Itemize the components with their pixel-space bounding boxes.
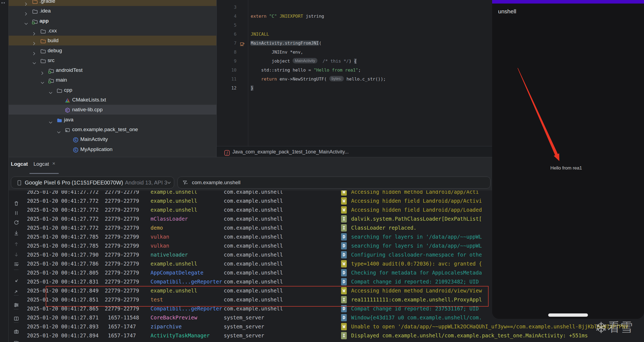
emulator-panel[interactable]: unshell Hello from rea1 xyxy=(492,0,644,319)
code-line-8[interactable]: 8 JNIEnv *env, xyxy=(217,48,492,57)
tree-item-cpp[interactable]: cpp xyxy=(9,85,216,95)
tree-item-native-lib.cpp[interactable]: C+native-lib.cpp xyxy=(9,105,216,115)
tree-item-debug[interactable]: debug xyxy=(9,46,216,56)
folder-icon xyxy=(40,57,46,63)
log-message: dalvik.system.PathClassLoader[DexPathLis… xyxy=(351,214,482,223)
tree-item-label: com.example.pack_test_one xyxy=(72,125,138,134)
clear-logcat-icon[interactable] xyxy=(13,201,19,207)
chevron-down-icon[interactable] xyxy=(40,78,44,82)
code-line-3[interactable]: 3 xyxy=(217,3,492,12)
log-level-badge: D xyxy=(341,251,347,258)
log-level-badge: W xyxy=(341,197,347,205)
log-message: searching for layers in '/data/app/~~upp… xyxy=(351,241,482,250)
device-name: Google Pixel 6 Pro (1C151FDEE0070W) xyxy=(25,177,123,188)
chevron-right-icon[interactable] xyxy=(32,39,36,42)
filter-funnel-icon[interactable] xyxy=(182,180,188,186)
code-line-10[interactable]: 10 std::string hello = "Hello from rea1"… xyxy=(217,66,492,75)
tree-item-MainActivity[interactable]: CMainActivity xyxy=(9,134,216,144)
tree-item-.cxx[interactable]: .cxx xyxy=(9,26,216,36)
tree-item-partial[interactable] xyxy=(9,154,216,157)
code-line-6[interactable]: 6JNICALL xyxy=(217,30,492,39)
filter-settings-icon[interactable] xyxy=(13,302,19,308)
code-line-4[interactable]: 4extern "C" JNIEXPORT jstring xyxy=(217,12,492,21)
code-line-7[interactable]: 7MainActivity.stringFromJNI( xyxy=(217,39,492,48)
tree-item-.gradle[interactable]: .gradle xyxy=(9,0,216,6)
log-timestamp: 2025-01-20 00:41:27.805 xyxy=(27,268,99,277)
tree-item-label: .idea xyxy=(39,6,51,16)
open-in-new-icon[interactable] xyxy=(13,288,19,294)
chevron-down-icon[interactable] xyxy=(48,118,52,122)
close-icon[interactable]: × xyxy=(52,161,55,167)
scroll-to-end-icon[interactable] xyxy=(13,230,19,236)
jump-to-source-icon[interactable] xyxy=(13,278,19,284)
device-selector[interactable]: Google Pixel 6 Pro (1C151FDEE0070W) Andr… xyxy=(11,177,174,189)
code-line-5[interactable]: 5 xyxy=(217,21,492,30)
log-message: Displayed com.example.unshell/com.exampl… xyxy=(351,331,588,340)
svg-text:C: C xyxy=(66,109,68,112)
chevron-right-icon[interactable] xyxy=(40,68,44,72)
navigation-pill[interactable] xyxy=(548,313,588,317)
tree-item-.idea[interactable]: .idea xyxy=(9,6,216,16)
log-timestamp: 2025-01-20 00:41:27.785 xyxy=(27,241,99,250)
log-tag: nativeloader xyxy=(151,250,188,259)
chevron-right-icon[interactable] xyxy=(32,29,36,33)
folder-module-icon xyxy=(48,77,54,83)
chevron-right-icon[interactable] xyxy=(24,0,28,3)
logcat-filter-input[interactable] xyxy=(192,177,478,188)
log-timestamp: 2025-01-20 00:41:27.871 xyxy=(27,313,99,322)
screenshot-icon[interactable] xyxy=(13,329,19,335)
tree-item-label: CMakeLists.txt xyxy=(72,95,106,105)
log-package: com.example.unshell xyxy=(224,232,283,241)
previous-occurrence-icon[interactable] xyxy=(13,241,19,247)
log-timestamp: 2025-01-20 00:41:27.772 xyxy=(27,223,99,232)
log-package: com.example.unshell xyxy=(224,223,283,232)
log-tag: vulkan xyxy=(151,232,169,241)
tree-item-label: native-lib.cpp xyxy=(72,105,103,115)
code-text: extern "C" JNIEXPORT jstring xyxy=(251,12,324,21)
restart-icon[interactable] xyxy=(13,220,19,226)
tree-item-label: androidTest xyxy=(56,65,82,75)
code-line-9[interactable]: 9 jobject MainActivity /* this */) { xyxy=(217,57,492,66)
log-pid-tid: 22779-22779 xyxy=(105,223,139,232)
split-panel-icon[interactable] xyxy=(13,316,19,322)
logcat-filter-box[interactable] xyxy=(177,177,490,189)
tree-item-build[interactable]: build xyxy=(9,36,216,45)
pause-icon[interactable] xyxy=(13,210,19,216)
chevron-right-icon[interactable] xyxy=(32,49,36,53)
soft-wrap-icon[interactable] xyxy=(13,261,19,267)
tree-item-label: MyApplication xyxy=(80,144,112,154)
tree-item-app[interactable]: app xyxy=(9,16,216,26)
code-editor[interactable]: 34extern "C" JNIEXPORT jstring56JNICALL7… xyxy=(216,0,492,157)
code-text: jobject MainActivity /* this */) { xyxy=(251,57,357,66)
log-timestamp: 2025-01-20 00:41:27.785 xyxy=(27,232,99,241)
tree-item-MyApplication[interactable]: CMyApplication xyxy=(9,144,216,154)
tree-item-java[interactable]: java xyxy=(9,115,216,125)
folder-icon xyxy=(40,28,46,34)
tree-item-main[interactable]: main xyxy=(9,75,216,85)
coffee-cup-icon[interactable] xyxy=(239,40,245,46)
tree-item-src[interactable]: src xyxy=(9,56,216,65)
log-package: system_server xyxy=(224,322,264,331)
tree-item-label: MainActivity xyxy=(80,134,108,144)
tree-item-CMakeLists.txt[interactable]: CMakeLists.txt xyxy=(9,95,216,105)
chevron-right-icon[interactable] xyxy=(24,9,28,13)
tab-logcat[interactable]: Logcat xyxy=(33,161,49,167)
tree-item-androidTest[interactable]: androidTest xyxy=(9,65,216,75)
chevron-down-icon[interactable] xyxy=(48,88,52,92)
tree-item-com.example.pack_test_one[interactable]: com.example.pack_test_one xyxy=(9,125,216,134)
log-message: ClassLoader replaced. xyxy=(351,223,416,232)
line-number: 6 xyxy=(217,30,237,39)
next-occurrence-icon[interactable] xyxy=(13,252,19,258)
screen-record-icon[interactable] xyxy=(13,340,19,342)
code-line-11[interactable]: 11 return env->NewStringUTF( bytes: hell… xyxy=(217,75,492,84)
left-edge-strip xyxy=(0,0,9,342)
log-package: com.example.unshell xyxy=(224,241,283,250)
function-breadcrumb-label[interactable]: Java_com_example_pack_1test_1one_MainAct… xyxy=(232,146,349,157)
code-line-12[interactable]: 12} xyxy=(217,84,492,93)
log-pid-tid: 22779-22779 xyxy=(105,259,139,268)
log-level-badge: D xyxy=(341,278,347,285)
chevron-down-icon[interactable] xyxy=(32,58,36,62)
chevron-down-icon[interactable] xyxy=(24,19,28,23)
chevron-down-icon[interactable] xyxy=(57,128,60,131)
log-message: Compat change id reported: 210923482; UI… xyxy=(351,277,482,286)
